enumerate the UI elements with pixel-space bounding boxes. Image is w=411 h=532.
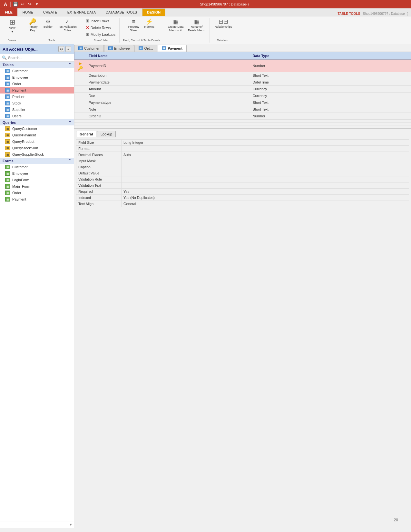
view-button[interactable]: ⊞ View▼ (5, 18, 19, 34)
nav-search-bar: 🔍 (0, 54, 74, 62)
nav-search-btn[interactable]: ⊙ (58, 46, 64, 52)
prop-value-caption[interactable] (122, 164, 409, 170)
form-icon-login: ▦ (5, 178, 10, 182)
nav-item-form-payment[interactable]: ▦ Payment (0, 196, 74, 202)
tab-design[interactable]: DESIGN (142, 8, 165, 16)
nav-item-payment-label: Payment (12, 88, 26, 92)
nav-item-product[interactable]: ▦ Product (0, 94, 74, 100)
nav-item-querypayment[interactable]: ▦ QueryPayment (0, 132, 74, 138)
tab-external[interactable]: EXTERNAL DATA (63, 8, 101, 16)
ribbon-group-macros: ▦ Create DataMacros ▼ ▦ Rename/Delete Ma… (164, 18, 210, 43)
table-row[interactable]: Paymentatype Short Text (74, 99, 411, 106)
delete-rows-button[interactable]: ✕ Delete Rows (84, 25, 117, 31)
nav-item-querystocksum[interactable]: ▦ QueryStockSum (0, 145, 74, 151)
prop-value-required[interactable]: Yes (122, 189, 409, 195)
save-quick-icon[interactable]: 💾 (13, 1, 18, 7)
queries-collapse-icon: ⌃ (68, 120, 71, 124)
prop-tab-lookup[interactable]: Lookup (97, 131, 116, 137)
prop-tab-general[interactable]: General (76, 131, 96, 137)
prop-value-validation-rule[interactable] (122, 176, 409, 182)
ribbon-group-field-events: ≡ PropertySheet ⚡ Indexes Field, Record … (120, 18, 163, 43)
empty-desc (379, 120, 411, 123)
customize-quick-icon[interactable]: ▾ (34, 1, 40, 7)
insert-rows-icon: ⊞ (86, 18, 89, 23)
modify-lookups-button[interactable]: ⊞ Modify Lookups (84, 31, 117, 37)
nav-item-querysupplier[interactable]: ▦ QuerySupplierStock (0, 151, 74, 158)
table-row[interactable]: Amount Currency (74, 86, 411, 93)
showhide-group-label: Show/Hide (93, 37, 108, 43)
nav-item-users[interactable]: ▦ Users (0, 113, 74, 119)
tables-section-header[interactable]: Tables ⌃ (0, 62, 74, 68)
data-type-note: Short Text (250, 106, 379, 113)
create-data-macros-button[interactable]: ▦ Create DataMacros ▼ (166, 18, 185, 33)
nav-item-queryrroduct[interactable]: ▦ QueryRroduct (0, 138, 74, 145)
insert-rows-button[interactable]: ⊞ Insert Rows (84, 18, 117, 24)
relationships-button[interactable]: ⊟⊟ Relationships (213, 18, 234, 30)
window-title: Shop1498906797 : Database- ( (41, 2, 408, 6)
nav-item-querycustomer[interactable]: ▦ QueryCustomer (0, 125, 74, 132)
prop-label-caption: Caption (76, 164, 122, 170)
table-row[interactable]: Note Short Text (74, 106, 411, 113)
nav-item-employee[interactable]: ▦ Employee (0, 74, 74, 81)
prop-value-format[interactable] (122, 146, 409, 152)
prop-value-field-size[interactable]: Long Integer (122, 140, 409, 146)
scroll-down-indicator[interactable]: ▼ (68, 521, 74, 528)
table-row-empty[interactable] (74, 120, 411, 123)
main-layout: All Access Obje... ⊙ « 🔍 Tables ⌃ ▦ Cust… (0, 44, 411, 528)
nav-item-supplier[interactable]: ▦ Supplier (0, 106, 74, 113)
nav-item-stock[interactable]: ▦ Stock (0, 100, 74, 106)
tab-dbtools[interactable]: DATABASE TOOLS (101, 8, 142, 16)
table-tab-payment[interactable]: ▦ Payment (158, 45, 187, 52)
table-row[interactable]: Paymentdate Date/Time (74, 79, 411, 86)
search-input[interactable] (8, 56, 72, 60)
queries-section-header[interactable]: Queries ⌃ (0, 119, 74, 125)
table-tab-order[interactable]: ▦ Ord... (134, 45, 158, 52)
prop-value-input-mask[interactable] (122, 158, 409, 164)
table-row[interactable]: Description Short Text (74, 72, 411, 79)
row-indicator-orderid (74, 113, 86, 120)
query-icon-payment: ▦ (5, 133, 10, 137)
test-validation-button[interactable]: ✓ Test ValidationRules (56, 18, 78, 33)
table-row-empty[interactable] (74, 125, 411, 128)
nav-item-form-order[interactable]: ▦ Order (0, 190, 74, 196)
prop-value-decimal-places[interactable]: Auto (122, 152, 409, 158)
nav-item-form-customer[interactable]: ▦ Customer (0, 164, 74, 170)
nav-item-form-employee[interactable]: ▦ Employee (0, 170, 74, 177)
nav-item-form-main[interactable]: ▦ Main_Form (0, 183, 74, 190)
property-sheet-button[interactable]: ≡ PropertySheet (127, 18, 141, 33)
tab-file[interactable]: FILE (0, 8, 17, 16)
ribbon-group-relationships: ⊟⊟ Relationships Relation... (210, 18, 236, 43)
nav-item-payment[interactable]: ▦ Payment (0, 87, 74, 94)
nav-item-form-login[interactable]: ▦ LoginForm (0, 177, 74, 183)
table-icon-stock: ▦ (5, 101, 10, 105)
prop-value-default-value[interactable] (122, 170, 409, 176)
table-row[interactable]: OrderID Number (74, 113, 411, 120)
table-icon-product: ▦ (5, 94, 10, 99)
prop-label-validation-rule: Validation Rule (76, 176, 122, 182)
tab-create[interactable]: CREATE (38, 8, 62, 16)
table-tab-customer[interactable]: ▦ Customer (74, 45, 104, 52)
nav-collapse-btn[interactable]: « (65, 46, 71, 52)
forms-section-header[interactable]: Forms ⌃ (0, 158, 74, 164)
col-data-type: Data Type (250, 52, 379, 60)
table-row[interactable]: Due Currency (74, 93, 411, 99)
table-row[interactable]: ▶🔑 PaymentID Number (74, 60, 411, 72)
prop-value-indexed[interactable]: Yes (No Duplicates) (122, 195, 409, 201)
indexes-button[interactable]: ⚡ Indexes (142, 18, 156, 30)
prop-value-validation-text[interactable] (122, 182, 409, 189)
nav-item-customer[interactable]: ▦ Customer (0, 68, 74, 74)
table-icon-payment: ▦ (5, 88, 10, 93)
prop-value-text-align[interactable]: General (122, 201, 409, 207)
builder-button[interactable]: ⚙ Builder (41, 18, 55, 30)
tab-home[interactable]: HOME (18, 8, 38, 16)
redo-quick-icon[interactable]: ↪ (27, 1, 33, 7)
field-name-paymentid: PaymentID (86, 60, 250, 72)
rename-delete-macro-button[interactable]: ▦ Rename/Delete Macro (186, 18, 207, 33)
nav-item-order[interactable]: ▦ Order (0, 81, 74, 87)
prop-label-text-align: Text Align (76, 201, 122, 207)
primary-key-button[interactable]: 🔑 PrimaryKey (25, 18, 40, 33)
undo-quick-icon[interactable]: ↩ (20, 1, 25, 7)
table-row-empty[interactable] (74, 123, 411, 125)
table-tab-employee[interactable]: ▦ Employee (104, 45, 134, 52)
property-sheet-icon: ≡ (132, 19, 136, 25)
